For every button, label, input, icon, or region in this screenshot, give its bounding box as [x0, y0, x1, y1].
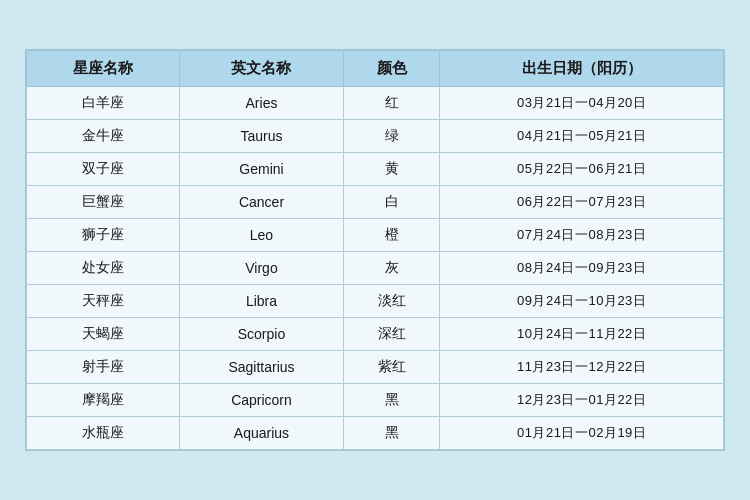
- cell-color: 淡红: [344, 285, 440, 318]
- header-chinese-name: 星座名称: [27, 51, 180, 87]
- table-row: 天秤座Libra淡红09月24日一10月23日: [27, 285, 724, 318]
- cell-color: 红: [344, 87, 440, 120]
- table-row: 水瓶座Aquarius黑01月21日一02月19日: [27, 417, 724, 450]
- table-row: 狮子座Leo橙07月24日一08月23日: [27, 219, 724, 252]
- cell-birthdate: 03月21日一04月20日: [440, 87, 724, 120]
- header-english-name: 英文名称: [179, 51, 343, 87]
- cell-english-name: Aquarius: [179, 417, 343, 450]
- cell-chinese-name: 处女座: [27, 252, 180, 285]
- cell-birthdate: 04月21日一05月21日: [440, 120, 724, 153]
- cell-english-name: Gemini: [179, 153, 343, 186]
- cell-english-name: Virgo: [179, 252, 343, 285]
- cell-birthdate: 01月21日一02月19日: [440, 417, 724, 450]
- cell-english-name: Aries: [179, 87, 343, 120]
- cell-english-name: Cancer: [179, 186, 343, 219]
- cell-color: 黑: [344, 384, 440, 417]
- cell-chinese-name: 狮子座: [27, 219, 180, 252]
- cell-color: 白: [344, 186, 440, 219]
- header-color: 颜色: [344, 51, 440, 87]
- table-row: 双子座Gemini黄05月22日一06月21日: [27, 153, 724, 186]
- cell-color: 绿: [344, 120, 440, 153]
- cell-birthdate: 12月23日一01月22日: [440, 384, 724, 417]
- cell-birthdate: 10月24日一11月22日: [440, 318, 724, 351]
- table-row: 巨蟹座Cancer白06月22日一07月23日: [27, 186, 724, 219]
- cell-chinese-name: 白羊座: [27, 87, 180, 120]
- cell-color: 灰: [344, 252, 440, 285]
- cell-color: 橙: [344, 219, 440, 252]
- cell-chinese-name: 金牛座: [27, 120, 180, 153]
- cell-english-name: Leo: [179, 219, 343, 252]
- cell-chinese-name: 天秤座: [27, 285, 180, 318]
- table-body: 白羊座Aries红03月21日一04月20日金牛座Taurus绿04月21日一0…: [27, 87, 724, 450]
- cell-birthdate: 05月22日一06月21日: [440, 153, 724, 186]
- zodiac-table-container: 星座名称 英文名称 颜色 出生日期（阳历） 白羊座Aries红03月21日一04…: [25, 49, 725, 451]
- cell-birthdate: 09月24日一10月23日: [440, 285, 724, 318]
- table-row: 白羊座Aries红03月21日一04月20日: [27, 87, 724, 120]
- table-row: 摩羯座Capricorn黑12月23日一01月22日: [27, 384, 724, 417]
- cell-english-name: Taurus: [179, 120, 343, 153]
- cell-birthdate: 08月24日一09月23日: [440, 252, 724, 285]
- cell-birthdate: 07月24日一08月23日: [440, 219, 724, 252]
- table-row: 射手座Sagittarius紫红11月23日一12月22日: [27, 351, 724, 384]
- cell-color: 黄: [344, 153, 440, 186]
- cell-chinese-name: 水瓶座: [27, 417, 180, 450]
- table-row: 处女座Virgo灰08月24日一09月23日: [27, 252, 724, 285]
- cell-chinese-name: 天蝎座: [27, 318, 180, 351]
- table-row: 天蝎座Scorpio深红10月24日一11月22日: [27, 318, 724, 351]
- header-birthdate: 出生日期（阳历）: [440, 51, 724, 87]
- cell-chinese-name: 摩羯座: [27, 384, 180, 417]
- cell-color: 紫红: [344, 351, 440, 384]
- cell-chinese-name: 射手座: [27, 351, 180, 384]
- cell-color: 深红: [344, 318, 440, 351]
- table-header-row: 星座名称 英文名称 颜色 出生日期（阳历）: [27, 51, 724, 87]
- cell-birthdate: 06月22日一07月23日: [440, 186, 724, 219]
- cell-chinese-name: 双子座: [27, 153, 180, 186]
- cell-english-name: Capricorn: [179, 384, 343, 417]
- cell-color: 黑: [344, 417, 440, 450]
- zodiac-table: 星座名称 英文名称 颜色 出生日期（阳历） 白羊座Aries红03月21日一04…: [26, 50, 724, 450]
- cell-birthdate: 11月23日一12月22日: [440, 351, 724, 384]
- cell-english-name: Libra: [179, 285, 343, 318]
- cell-english-name: Scorpio: [179, 318, 343, 351]
- cell-english-name: Sagittarius: [179, 351, 343, 384]
- cell-chinese-name: 巨蟹座: [27, 186, 180, 219]
- table-row: 金牛座Taurus绿04月21日一05月21日: [27, 120, 724, 153]
